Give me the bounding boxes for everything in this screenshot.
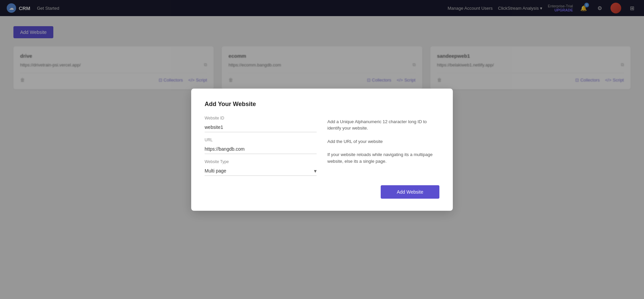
- website-id-input[interactable]: [205, 122, 317, 132]
- website-type-select[interactable]: Multi page Single page: [205, 166, 317, 176]
- website-id-label: Website ID: [205, 116, 317, 120]
- info-section: Add a Unique Alphanumeric 12 character l…: [327, 116, 439, 176]
- modal-submit-button[interactable]: Add Website: [381, 185, 439, 199]
- modal-body: Website ID URL Website Type Multi page S…: [205, 116, 439, 176]
- add-website-modal: Add Your Website Website ID URL Website …: [191, 89, 453, 211]
- form-section: Website ID URL Website Type Multi page S…: [205, 116, 317, 176]
- modal-title: Add Your Website: [205, 101, 439, 108]
- modal-footer: Add Website: [205, 185, 439, 199]
- info-type-text: If your website reloads while navigating…: [327, 151, 439, 164]
- website-type-select-wrapper: Multi page Single page ▾: [205, 166, 317, 176]
- url-input[interactable]: [205, 144, 317, 154]
- modal-overlay: Add Your Website Website ID URL Website …: [0, 0, 644, 299]
- website-type-label: Website Type: [205, 159, 317, 164]
- info-id-text: Add a Unique Alphanumeric 12 character l…: [327, 118, 439, 132]
- url-group: URL: [205, 138, 317, 154]
- info-url-text: Add the URL of your website: [327, 138, 439, 145]
- website-type-group: Website Type Multi page Single page ▾: [205, 159, 317, 176]
- website-id-group: Website ID: [205, 116, 317, 132]
- url-label: URL: [205, 138, 317, 142]
